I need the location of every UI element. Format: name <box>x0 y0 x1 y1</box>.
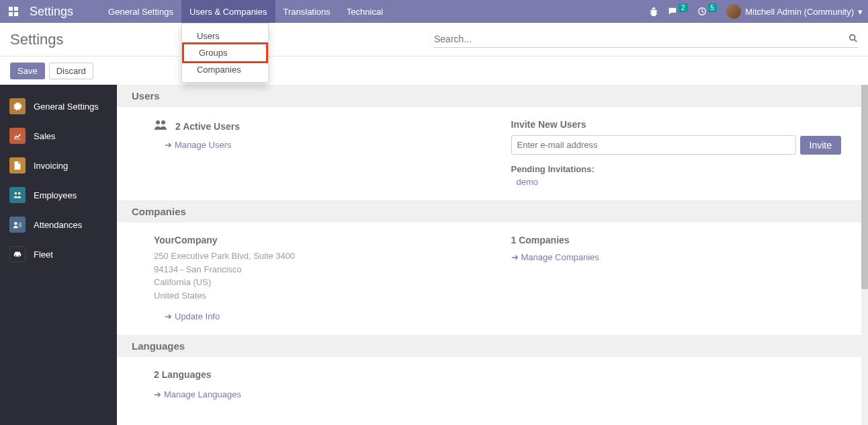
activity-badge: 5 <box>708 3 718 12</box>
actions-bar: Save Discard <box>0 56 868 85</box>
section-header-companies: Companies <box>117 200 868 223</box>
svg-point-6 <box>15 192 17 195</box>
clock-icon <box>9 217 26 233</box>
svg-point-9 <box>156 120 160 124</box>
arrow-right-icon: ➔ <box>165 140 172 150</box>
topbar-right: 2 5 Mitchell Admin (Community) ▾ <box>649 4 863 19</box>
user-name: Mitchell Admin (Community) <box>745 7 854 17</box>
car-icon <box>9 246 26 262</box>
topbar: Settings General Settings Users & Compan… <box>0 0 868 23</box>
chat-badge: 2 <box>679 3 688 12</box>
companies-right-col: 1 Companies ➔ Manage Companies <box>511 235 842 321</box>
file-icon <box>9 157 26 173</box>
topnav-technical[interactable]: Technical <box>339 0 391 23</box>
svg-point-7 <box>18 192 21 195</box>
apps-icon[interactable] <box>5 3 21 20</box>
svg-rect-3 <box>14 12 18 16</box>
invite-title: Invite New Users <box>511 119 842 130</box>
activity-icon[interactable]: 5 <box>697 7 718 16</box>
sidebar-item-label: Attendances <box>34 220 82 230</box>
search-wrap <box>434 31 858 48</box>
arrow-right-icon: ➔ <box>511 252 519 262</box>
users-icon <box>154 119 167 133</box>
languages-right-col <box>511 369 842 399</box>
sidebar-item-label: General Settings <box>34 102 99 112</box>
pending-item[interactable]: demo <box>517 177 842 187</box>
arrow-right-icon: ➔ <box>154 389 161 399</box>
address-line: California (US) <box>154 276 484 289</box>
svg-point-8 <box>14 222 17 225</box>
email-input[interactable] <box>511 135 796 155</box>
company-name: YourCompany <box>154 235 484 245</box>
avatar <box>726 4 741 19</box>
sidebar: General Settings Sales Invoicing Employe… <box>0 85 117 425</box>
pending-label: Pending Invitations: <box>511 164 842 174</box>
sidebar-item-invoicing[interactable]: Invoicing <box>0 151 117 180</box>
users-right-col: Invite New Users Invite Pending Invitati… <box>511 119 842 187</box>
dropdown-companies[interactable]: Companies <box>182 61 268 78</box>
sidebar-item-attendances[interactable]: Attendances <box>0 210 117 239</box>
scrollbar-track[interactable] <box>861 85 868 425</box>
topnav-translations[interactable]: Translations <box>275 0 339 23</box>
active-users-count: 2 Active Users <box>175 121 240 132</box>
manage-languages-link[interactable]: ➔ Manage Languages <box>154 389 241 399</box>
topnav-general-settings[interactable]: General Settings <box>100 0 181 23</box>
address-line: 94134 - San Francisco <box>154 263 484 276</box>
companies-left-col: YourCompany 250 Executive Park Blvd, Sui… <box>154 235 484 321</box>
address-line: 250 Executive Park Blvd, Suite 3400 <box>154 249 484 263</box>
section-header-languages: Languages <box>117 335 868 357</box>
languages-left-col: 2 Languages ➔ Manage Languages <box>154 369 484 399</box>
active-users-row: 2 Active Users <box>154 119 484 133</box>
companies-count: 1 Companies <box>511 235 842 245</box>
discard-button[interactable]: Discard <box>49 63 93 79</box>
link-label: Manage Languages <box>164 389 241 399</box>
chart-icon <box>9 128 26 144</box>
update-info-link[interactable]: ➔ Update Info <box>165 311 220 321</box>
dropdown-groups[interactable]: Groups <box>182 42 268 63</box>
sidebar-item-label: Invoicing <box>34 161 68 171</box>
svg-rect-2 <box>9 12 13 16</box>
languages-count: 2 Languages <box>154 369 484 380</box>
topnav: General Settings Users & Companies Users… <box>100 0 391 23</box>
scrollbar-thumb[interactable] <box>861 85 868 289</box>
subheader: Settings <box>0 23 868 56</box>
people-icon <box>9 187 26 203</box>
topnav-label: Users & Companies <box>189 7 267 17</box>
gear-icon <box>9 98 26 114</box>
caret-down-icon: ▾ <box>858 7 863 17</box>
sidebar-item-fleet[interactable]: Fleet <box>0 239 117 269</box>
users-section-body: 2 Active Users ➔ Manage Users Invite New… <box>117 107 868 200</box>
invite-button[interactable]: Invite <box>800 136 841 155</box>
svg-point-5 <box>850 34 855 40</box>
companies-section-body: YourCompany 250 Executive Park Blvd, Sui… <box>117 223 868 335</box>
sidebar-item-label: Sales <box>34 131 56 141</box>
section-header-users: Users <box>117 85 868 107</box>
sidebar-item-general-settings[interactable]: General Settings <box>0 91 117 121</box>
users-left-col: 2 Active Users ➔ Manage Users <box>154 119 484 187</box>
chat-icon[interactable]: 2 <box>668 7 688 16</box>
sidebar-item-employees[interactable]: Employees <box>0 180 117 210</box>
manage-users-link[interactable]: ➔ Manage Users <box>165 140 232 150</box>
user-menu[interactable]: Mitchell Admin (Community) ▾ <box>726 4 863 19</box>
content: Users 2 Active Users ➔ Manage Users Invi… <box>117 85 868 425</box>
dropdown-menu: Users Groups Companies <box>181 23 269 83</box>
save-button[interactable]: Save <box>10 63 45 79</box>
sidebar-item-sales[interactable]: Sales <box>0 121 117 151</box>
bug-icon[interactable] <box>649 7 658 16</box>
sidebar-item-label: Employees <box>34 190 77 200</box>
sidebar-item-label: Fleet <box>34 249 53 260</box>
search-input[interactable] <box>434 31 849 47</box>
manage-companies-link[interactable]: ➔ Manage Companies <box>511 252 599 262</box>
invite-row: Invite <box>511 135 842 155</box>
svg-rect-0 <box>9 7 13 11</box>
address-line: United States <box>154 289 484 303</box>
svg-point-10 <box>161 120 165 124</box>
arrow-right-icon: ➔ <box>165 311 172 321</box>
topnav-users-companies[interactable]: Users & Companies Users Groups Companies <box>181 0 275 23</box>
app-title[interactable]: Settings <box>30 5 73 19</box>
search-icon[interactable] <box>849 34 858 45</box>
svg-rect-1 <box>14 7 18 11</box>
languages-section-body: 2 Languages ➔ Manage Languages <box>117 357 868 413</box>
link-label: Manage Users <box>175 140 232 150</box>
main-wrap: General Settings Sales Invoicing Employe… <box>0 85 868 425</box>
